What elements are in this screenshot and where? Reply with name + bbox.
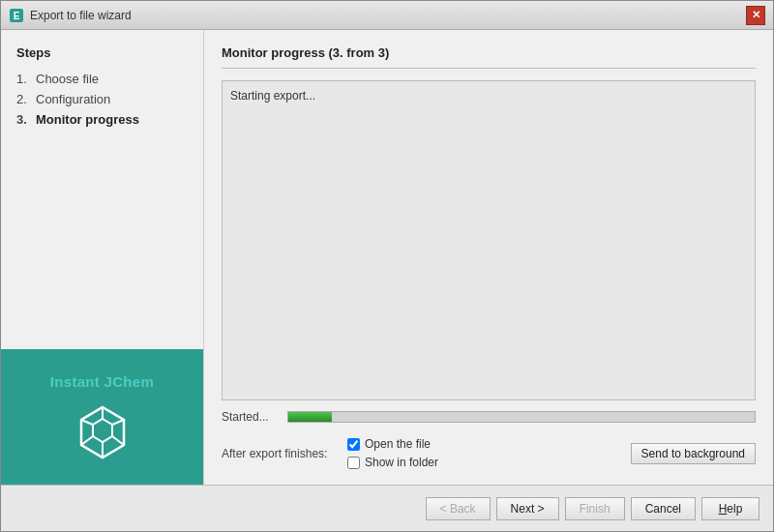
progress-bar-fill: [288, 412, 332, 422]
section-title: Monitor progress (3. from 3): [222, 45, 756, 69]
show-folder-checkbox-row[interactable]: Show in folder: [347, 456, 631, 469]
cancel-button[interactable]: Cancel: [631, 497, 696, 520]
svg-text:E: E: [14, 11, 20, 21]
after-export-row: After export finishes: Open the file Sho…: [222, 437, 756, 469]
next-button[interactable]: Next >: [496, 497, 559, 520]
open-file-checkbox[interactable]: [347, 438, 360, 451]
steps-section: Steps 1. Choose file 2. Configuration 3.…: [1, 30, 203, 349]
window-body: Steps 1. Choose file 2. Configuration 3.…: [1, 30, 773, 485]
brand-section: Instant JChem: [1, 349, 203, 485]
status-label: Started...: [222, 410, 280, 424]
main-content: Monitor progress (3. from 3) Starting ex…: [204, 30, 773, 485]
step-3: 3. Monitor progress: [16, 112, 188, 127]
title-bar: E Export to file wizard ✕: [1, 1, 773, 30]
svg-line-6: [112, 436, 124, 445]
step-2: 2. Configuration: [16, 92, 188, 106]
after-export-label: After export finishes:: [222, 447, 347, 460]
log-area: Starting export...: [222, 80, 756, 400]
show-folder-label: Show in folder: [365, 456, 438, 469]
window-title: Export to file wizard: [30, 9, 132, 22]
log-text: Starting export...: [230, 89, 315, 103]
footer: < Back Next > Finish Cancel Help: [1, 485, 773, 531]
status-row: Started...: [222, 410, 756, 424]
svg-line-8: [81, 436, 93, 445]
help-button[interactable]: Help: [701, 497, 759, 520]
svg-line-9: [81, 420, 93, 425]
finish-button[interactable]: Finish: [565, 497, 625, 520]
after-export-options: Open the file Show in folder: [347, 437, 631, 469]
progress-bar-container: [287, 411, 756, 423]
send-background-button[interactable]: Send to background: [631, 443, 756, 464]
steps-title: Steps: [16, 45, 188, 60]
brand-logo: [74, 403, 132, 461]
step-1: 1. Choose file: [16, 72, 188, 86]
show-folder-checkbox[interactable]: [347, 457, 360, 469]
close-button[interactable]: ✕: [746, 6, 765, 25]
brand-name: Instant JChem: [50, 373, 154, 390]
back-button[interactable]: < Back: [426, 497, 491, 520]
sidebar: Steps 1. Choose file 2. Configuration 3.…: [1, 30, 204, 485]
open-file-label: Open the file: [365, 437, 431, 451]
export-icon: E: [9, 8, 24, 23]
window: E Export to file wizard ✕ Steps 1. Choos…: [0, 0, 774, 532]
svg-marker-3: [93, 419, 112, 442]
open-file-checkbox-row[interactable]: Open the file: [347, 437, 631, 451]
steps-list: 1. Choose file 2. Configuration 3. Monit…: [16, 72, 188, 127]
after-export-section: After export finishes: Open the file Sho…: [222, 437, 756, 469]
svg-line-5: [112, 420, 124, 425]
